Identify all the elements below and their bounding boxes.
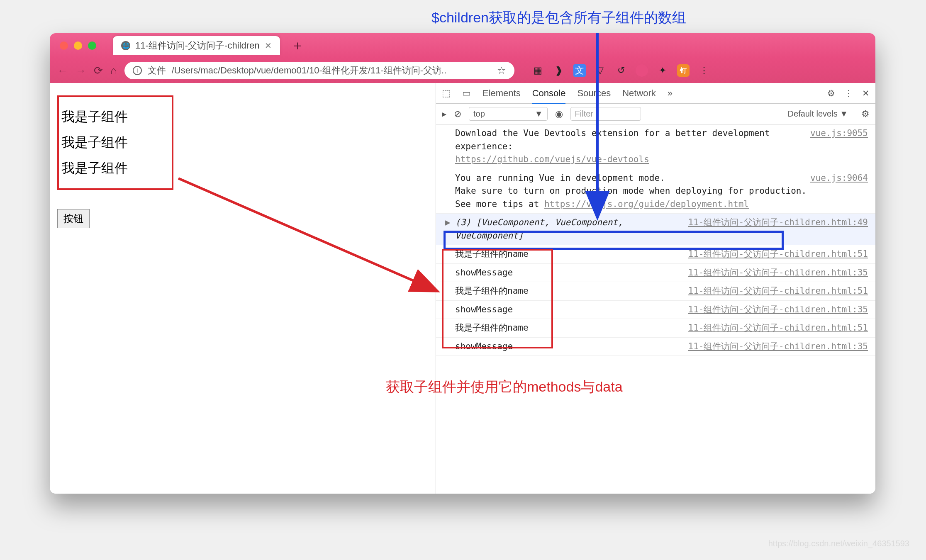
console-message: vue.js:9064 You are running Vue in devel… bbox=[436, 169, 875, 214]
device-icon[interactable]: ▭ bbox=[462, 88, 471, 99]
console-settings-icon[interactable]: ⚙ bbox=[861, 109, 870, 119]
extensions-row: ▦ ❱ 文 ▽ ↺ ✦ 钉 ⋮ bbox=[532, 64, 710, 77]
source-link[interactable]: 11-组件访问-父访问子-children.html:35 bbox=[688, 303, 868, 317]
console-message: 11-组件访问-父访问子-children.html:51我是子组件的name bbox=[436, 319, 875, 338]
source-link[interactable]: 11-组件访问-父访问子-children.html:51 bbox=[688, 321, 868, 335]
trigger-button[interactable]: 按钮 bbox=[57, 209, 90, 228]
close-tab-icon[interactable]: ✕ bbox=[265, 41, 272, 51]
child-component-text: 我是子组件 bbox=[61, 108, 169, 126]
puzzle-icon[interactable]: ✦ bbox=[656, 64, 669, 77]
menu-icon[interactable]: ⋮ bbox=[698, 64, 710, 77]
devtools-tabs: ⬚ ▭ Elements Console Sources Network » ⚙… bbox=[436, 83, 875, 104]
ext-icon-2[interactable] bbox=[636, 64, 648, 77]
log-levels[interactable]: Default levels ▼ bbox=[788, 109, 848, 119]
qr-icon[interactable]: ▦ bbox=[532, 64, 544, 77]
child-component-text: 我是子组件 bbox=[61, 134, 169, 152]
source-link[interactable]: 11-组件访问-父访问子-children.html:51 bbox=[688, 285, 868, 298]
console-message: 11-组件访问-父访问子-children.html:51我是子组件的name bbox=[436, 245, 875, 264]
page-content: 我是子组件 我是子组件 我是子组件 按钮 bbox=[50, 83, 436, 494]
tab-elements[interactable]: Elements bbox=[482, 88, 521, 99]
console-array-row[interactable]: 11-组件访问-父访问子-children.html:49 ▶ (3) [Vue… bbox=[436, 214, 875, 245]
console-output: vue.js:9055 Download the Vue Devtools ex… bbox=[436, 124, 875, 494]
more-tabs-icon[interactable]: » bbox=[668, 88, 673, 99]
close-devtools-icon[interactable]: ✕ bbox=[862, 88, 870, 98]
close-window-icon[interactable] bbox=[60, 41, 68, 50]
back-button[interactable]: ← bbox=[57, 64, 68, 77]
source-link[interactable]: 11-组件访问-父访问子-children.html:35 bbox=[688, 340, 868, 353]
settings-icon[interactable]: ⚙ bbox=[827, 88, 835, 98]
sidebar-toggle-icon[interactable]: ▸ bbox=[442, 109, 446, 119]
window-controls bbox=[60, 41, 96, 50]
source-link[interactable]: 11-组件访问-父访问子-children.html:51 bbox=[688, 248, 868, 261]
deployment-url-link[interactable]: https://vuejs.org/guide/deployment.html bbox=[544, 199, 749, 209]
minimize-window-icon[interactable] bbox=[74, 41, 82, 50]
source-link[interactable]: vue.js:9064 bbox=[810, 172, 868, 185]
history-icon[interactable]: ↺ bbox=[615, 64, 627, 77]
array-summary: (3) [VueComponent, VueComponent, VueComp… bbox=[455, 217, 623, 241]
ext-icon-1[interactable]: ❱ bbox=[553, 64, 565, 77]
url-text: /Users/mac/Desktop/vue/demo01/10-组件化开发/1… bbox=[172, 64, 447, 77]
tab-console[interactable]: Console bbox=[532, 88, 566, 104]
children-highlight-box: 我是子组件 我是子组件 我是子组件 bbox=[57, 95, 173, 190]
console-message: 11-组件访问-父访问子-children.html:51我是子组件的name bbox=[436, 282, 875, 301]
console-message: vue.js:9055 Download the Vue Devtools ex… bbox=[436, 124, 875, 169]
info-icon: i bbox=[133, 66, 142, 75]
inspect-icon[interactable]: ⬚ bbox=[442, 88, 451, 99]
source-link[interactable]: vue.js:9055 bbox=[810, 127, 868, 140]
watermark: https://blog.csdn.net/weixin_46351593 bbox=[768, 539, 909, 548]
console-filter-bar: ▸ ⊘ top▼ ◉ Filter Default levels ▼ ⚙ bbox=[436, 104, 875, 124]
reload-button[interactable]: ⟳ bbox=[94, 64, 103, 77]
browser-window: 🌐 11-组件访问-父访问子-children ✕ ＋ ← → ⟳ ⌂ i 文件… bbox=[50, 33, 875, 494]
kebab-icon[interactable]: ⋮ bbox=[844, 88, 853, 98]
console-message: 11-组件访问-父访问子-children.html:35showMessage bbox=[436, 338, 875, 356]
source-link[interactable]: 11-组件访问-父访问子-children.html:35 bbox=[688, 266, 868, 280]
eye-icon[interactable]: ◉ bbox=[555, 109, 563, 119]
child-component-text: 我是子组件 bbox=[61, 159, 169, 178]
address-bar[interactable]: i 文件 /Users/mac/Desktop/vue/demo01/10-组件… bbox=[124, 62, 514, 79]
new-tab-button[interactable]: ＋ bbox=[291, 37, 304, 55]
expand-arrow-icon[interactable]: ▶ bbox=[445, 216, 451, 229]
pin-extension-badge[interactable]: 钉 bbox=[677, 64, 690, 77]
context-selector[interactable]: top▼ bbox=[469, 107, 548, 121]
devtools-panel: ⬚ ▭ Elements Console Sources Network » ⚙… bbox=[436, 83, 875, 494]
url-scheme: 文件 bbox=[148, 64, 166, 77]
title-bar: 🌐 11-组件访问-父访问子-children ✕ ＋ bbox=[50, 33, 875, 58]
filter-input[interactable]: Filter bbox=[570, 107, 641, 121]
annotation-top: $children获取的是包含所有子组件的数组 bbox=[431, 8, 686, 27]
source-link[interactable]: 11-组件访问-父访问子-children.html:49 bbox=[688, 216, 868, 229]
maximize-window-icon[interactable] bbox=[88, 41, 96, 50]
translate-icon[interactable]: 文 bbox=[573, 64, 586, 77]
console-message: 11-组件访问-父访问子-children.html:35showMessage bbox=[436, 264, 875, 282]
bookmark-icon[interactable]: ☆ bbox=[497, 65, 506, 76]
globe-icon: 🌐 bbox=[121, 41, 130, 50]
home-button[interactable]: ⌂ bbox=[110, 64, 117, 77]
devtools-url-link[interactable]: https://github.com/vuejs/vue-devtools bbox=[455, 154, 649, 164]
shield-icon[interactable]: ▽ bbox=[594, 64, 607, 77]
clear-console-icon[interactable]: ⊘ bbox=[454, 109, 461, 119]
browser-tab[interactable]: 🌐 11-组件访问-父访问子-children ✕ bbox=[113, 36, 280, 55]
tab-network[interactable]: Network bbox=[622, 88, 656, 99]
forward-button[interactable]: → bbox=[76, 64, 86, 77]
tab-title: 11-组件访问-父访问子-children bbox=[135, 39, 260, 52]
tab-sources[interactable]: Sources bbox=[577, 88, 611, 99]
toolbar: ← → ⟳ ⌂ i 文件 /Users/mac/Desktop/vue/demo… bbox=[50, 58, 875, 83]
annotation-bottom: 获取子组件并使用它的methods与data bbox=[386, 377, 623, 397]
console-message: 11-组件访问-父访问子-children.html:35showMessage bbox=[436, 301, 875, 319]
